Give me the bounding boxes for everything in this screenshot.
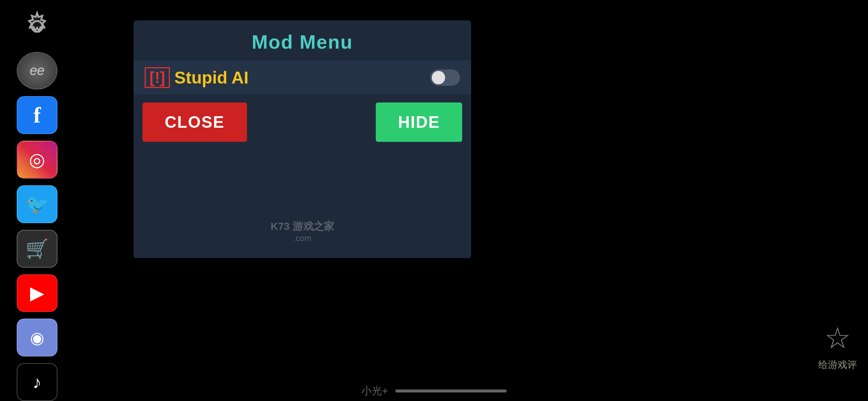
bottom-hint: 小光+ — [361, 384, 507, 398]
tiktok-icon[interactable]: ♪ — [17, 363, 57, 401]
settings-icon[interactable] — [17, 7, 57, 45]
shop-icon[interactable]: 🛒 — [17, 230, 57, 268]
action-buttons-row: CLOSE HIDE — [134, 95, 471, 149]
twitter-icon[interactable]: 🐦 — [17, 185, 57, 223]
hide-button[interactable]: HIDE — [376, 102, 462, 142]
hint-text: 小光+ — [361, 384, 388, 398]
mod-name-label: Stupid AI — [174, 68, 249, 88]
mod-menu-panel: Mod Menu [!] Stupid AI CLOSE HIDE K73 游戏… — [134, 20, 471, 258]
sidebar: ee f ◎ 🐦 🛒 ▶ ◉ ♪ — [0, 0, 74, 401]
close-button[interactable]: CLOSE — [142, 102, 247, 142]
avatar-label: ee — [30, 63, 45, 78]
avatar-icon[interactable]: ee — [17, 52, 57, 90]
watermark-k73: K73 游戏之家 — [270, 219, 334, 234]
exclamation-badge: [!] — [145, 67, 170, 88]
discord-icon[interactable]: ◉ — [17, 319, 57, 356]
mod-toggle[interactable] — [430, 69, 460, 86]
instagram-icon[interactable]: ◎ — [17, 141, 57, 179]
toggle-knob — [432, 71, 445, 84]
hint-bar — [395, 389, 507, 392]
watermark-com: .com — [270, 234, 334, 243]
panel-empty-area: K73 游戏之家 .com — [134, 149, 471, 258]
star-rating[interactable]: ☆ 给游戏评 — [818, 321, 857, 371]
mod-label: [!] Stupid AI — [145, 67, 430, 88]
facebook-icon[interactable]: f — [17, 96, 57, 134]
mod-item-row: [!] Stupid AI — [134, 61, 471, 95]
mod-menu-title: Mod Menu — [134, 20, 471, 61]
youtube-icon[interactable]: ▶ — [17, 274, 57, 312]
star-label: 给游戏评 — [818, 358, 857, 371]
watermark: K73 游戏之家 .com — [270, 219, 334, 243]
star-icon: ☆ — [824, 321, 851, 355]
